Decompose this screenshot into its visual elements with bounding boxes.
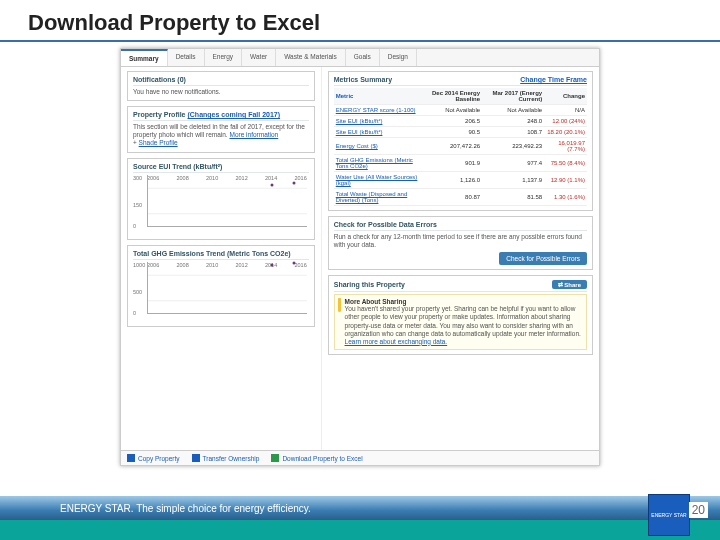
tab-waste[interactable]: Waste & Materials [276, 49, 346, 66]
metric-label[interactable]: ENERGY STAR score (1-100) [334, 105, 421, 116]
metrics-table: Metric Dec 2014 Energy Baseline Mar 2017… [334, 88, 587, 206]
metric-label[interactable]: Total GHG Emissions (Metric Tons CO2e) [334, 155, 421, 172]
metrics-summary-panel: Metrics Summary Change Time Frame Metric… [328, 71, 593, 211]
col-current: Mar 2017 (Energy Current) [482, 88, 544, 105]
sharing-panel: Sharing this Property ⇄ Share More About… [328, 275, 593, 355]
check-errors-button[interactable]: Check for Possible Errors [499, 252, 587, 265]
ghg-title: Total GHG Emissions Trend (Metric Tons C… [133, 250, 309, 260]
excel-icon [271, 454, 279, 462]
errors-title: Check for Possible Data Errors [334, 221, 587, 231]
source-eui-chart: 300 150 0 200620082010201220142016 [133, 175, 309, 235]
ghg-chart: 1000 500 0 200620082010201220142016 [133, 262, 309, 322]
property-footer-links: Copy Property Transfer Ownership Downloa… [121, 450, 599, 465]
notifications-panel: Notifications (0) You have no new notifi… [127, 71, 315, 101]
metric-label[interactable]: Water Use (All Water Sources) (kgal) [334, 172, 421, 189]
ghg-panel: Total GHG Emissions Trend (Metric Tons C… [127, 245, 315, 327]
col-baseline: Dec 2014 Energy Baseline [420, 88, 482, 105]
tab-details[interactable]: Details [168, 49, 205, 66]
profile-more-link[interactable]: More information [229, 131, 278, 138]
profile-body: This section will be deleted in the fall… [133, 123, 305, 138]
table-row: Site EUI (kBtu/ft²)206.5248.012.00 (24%) [334, 116, 587, 127]
lightbulb-icon [338, 298, 341, 312]
transfer-icon [192, 454, 200, 462]
profile-title: Property Profile [133, 111, 186, 118]
change-timeframe-link[interactable]: Change Time Frame [520, 76, 587, 83]
metric-label[interactable]: Site EUI (kBtu/ft²) [334, 127, 421, 138]
source-eui-title: Source EUI Trend (kBtu/ft²) [133, 163, 309, 173]
tab-design[interactable]: Design [380, 49, 417, 66]
data-errors-panel: Check for Possible Data Errors Run a che… [328, 216, 593, 270]
share-button[interactable]: ⇄ Share [552, 280, 587, 289]
metrics-summary-title: Metrics Summary [334, 76, 392, 83]
notifications-title: Notifications (0) [133, 76, 309, 86]
table-row: Energy Cost ($)207,472.26223,492.2316,01… [334, 138, 587, 155]
notifications-body: You have no new notifications. [133, 88, 309, 96]
download-excel-link[interactable]: Download Property to Excel [271, 454, 362, 462]
copy-icon [127, 454, 135, 462]
transfer-ownership-link[interactable]: Transfer Ownership [192, 454, 260, 462]
col-change: Change [544, 88, 587, 105]
sharing-title: Sharing this Property [334, 281, 405, 288]
errors-body: Run a check for any 12-month time period… [334, 233, 587, 249]
more-sharing-body: You haven't shared your property yet. Sh… [345, 305, 583, 346]
copy-property-link[interactable]: Copy Property [127, 454, 180, 462]
main-tabs: Summary Details Energy Water Waste & Mat… [121, 49, 599, 67]
footer-accent [0, 520, 720, 540]
tab-water[interactable]: Water [242, 49, 276, 66]
slide-footer: ENERGY STAR. The simple choice for energ… [0, 484, 720, 540]
table-row: Total Waste (Disposed and Diverted) (Ton… [334, 189, 587, 206]
page-number: 20 [689, 502, 708, 518]
table-row: Water Use (All Water Sources) (kgal)1,12… [334, 172, 587, 189]
energy-star-logo-icon: ENERGY STAR [648, 494, 690, 536]
more-sharing-title: More About Sharing [345, 298, 583, 305]
metric-label[interactable]: Energy Cost ($) [334, 138, 421, 155]
learn-more-link[interactable]: Learn more about exchanging data. [345, 338, 448, 345]
col-metric: Metric [334, 88, 421, 105]
metric-label[interactable]: Total Waste (Disposed and Diverted) (Ton… [334, 189, 421, 206]
shade-profile-link[interactable]: Shade Profile [139, 139, 178, 146]
tab-goals[interactable]: Goals [346, 49, 380, 66]
tab-energy[interactable]: Energy [205, 49, 243, 66]
metric-label[interactable]: Site EUI (kBtu/ft²) [334, 116, 421, 127]
app-screenshot: Summary Details Energy Water Waste & Mat… [120, 48, 600, 466]
table-row: Site EUI (kBtu/ft²)90.5108.718.20 (20.1%… [334, 127, 587, 138]
table-row: ENERGY STAR score (1-100)Not AvailableNo… [334, 105, 587, 116]
slide-title: Download Property to Excel [0, 0, 720, 42]
tab-summary[interactable]: Summary [121, 49, 168, 66]
source-eui-panel: Source EUI Trend (kBtu/ft²) 300 150 0 20… [127, 158, 315, 240]
table-row: Total GHG Emissions (Metric Tons CO2e)90… [334, 155, 587, 172]
profile-changes-link[interactable]: (Changes coming Fall 2017) [187, 111, 280, 118]
footer-tagline: ENERGY STAR. The simple choice for energ… [0, 496, 720, 520]
property-profile-panel: Property Profile (Changes coming Fall 20… [127, 106, 315, 152]
